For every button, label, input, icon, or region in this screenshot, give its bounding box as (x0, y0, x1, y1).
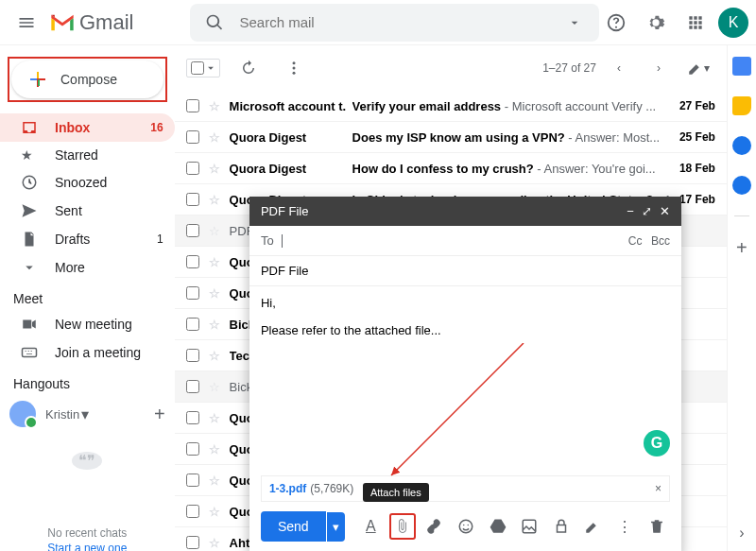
select-all-checkbox[interactable] (191, 61, 204, 75)
sidebar-item-starred[interactable]: ★ Starred (0, 142, 175, 168)
sidebar-item-inbox[interactable]: Inbox 16 (0, 113, 175, 142)
meet-label: Join a meeting (55, 345, 141, 360)
apps-icon[interactable] (679, 6, 713, 40)
formatting-icon[interactable]: A (358, 513, 385, 540)
search-dropdown-icon[interactable] (558, 6, 592, 40)
sidebar-item-snoozed[interactable]: Snoozed (0, 168, 175, 197)
email-checkbox[interactable] (186, 474, 199, 487)
close-icon[interactable]: ✕ (660, 204, 670, 218)
star-icon[interactable]: ☆ (209, 193, 220, 207)
cc-link[interactable]: Cc (628, 234, 643, 248)
link-icon[interactable] (421, 513, 448, 540)
keep-icon[interactable] (732, 96, 751, 115)
hangouts-user[interactable]: Kristin ▾ + (0, 395, 175, 433)
inbox-icon (21, 119, 40, 136)
email-row[interactable]: ☆ Quora Digest How do I confess to my cr… (175, 153, 727, 184)
star-icon[interactable]: ☆ (209, 536, 220, 550)
add-addon-icon[interactable]: + (736, 237, 747, 259)
email-checkbox[interactable] (186, 318, 199, 331)
search-input[interactable] (232, 14, 558, 30)
refresh-icon[interactable] (232, 51, 266, 85)
settings-icon[interactable] (639, 6, 673, 40)
email-checkbox[interactable] (186, 442, 199, 456)
star-icon[interactable]: ☆ (209, 411, 220, 425)
search-bar[interactable] (190, 4, 599, 42)
avatar[interactable]: K (718, 8, 748, 38)
calendar-icon[interactable] (732, 57, 751, 76)
email-row[interactable]: ☆ Microsoft account t. Verify your email… (175, 91, 727, 122)
more-options-icon[interactable]: ⋮ (611, 513, 638, 540)
remove-attachment-icon[interactable]: × (655, 482, 662, 495)
email-checkbox[interactable] (186, 380, 199, 393)
email-checkbox[interactable] (186, 130, 199, 144)
prev-page-icon[interactable]: ‹ (602, 51, 636, 85)
contacts-icon[interactable] (732, 176, 751, 195)
add-chat-icon[interactable]: + (154, 404, 165, 425)
expand-icon[interactable]: ⤢ (642, 204, 652, 218)
compose-subject[interactable]: PDF File (249, 256, 681, 286)
star-icon[interactable]: ☆ (209, 474, 220, 488)
drive-icon[interactable] (485, 513, 511, 540)
help-icon[interactable] (599, 6, 633, 40)
email-subject: Verify your email address - Microsoft ac… (352, 99, 672, 113)
email-checkbox[interactable] (186, 162, 199, 175)
pen-icon[interactable] (579, 513, 606, 540)
star-icon[interactable]: ☆ (209, 255, 220, 269)
emoji-icon[interactable] (453, 513, 479, 540)
email-checkbox[interactable] (186, 411, 199, 424)
compose-body[interactable]: Hi, Please refer to the attached file... (249, 286, 681, 475)
image-icon[interactable] (516, 513, 542, 540)
email-checkbox[interactable] (186, 536, 199, 549)
star-icon[interactable]: ☆ (209, 286, 220, 301)
email-checkbox[interactable] (186, 349, 199, 362)
collapse-sidebar-icon[interactable]: › (739, 525, 744, 542)
grammarly-icon[interactable]: G (644, 430, 670, 456)
join-meeting[interactable]: Join a meeting (0, 338, 175, 367)
email-checkbox[interactable] (186, 286, 199, 300)
confidential-icon[interactable] (548, 513, 575, 540)
star-icon[interactable]: ☆ (209, 318, 220, 332)
attachment-chip[interactable]: 1-3.pdf (5,769K) × (261, 475, 670, 502)
next-page-icon[interactable]: › (642, 51, 676, 85)
email-row[interactable]: ☆ Quora Digest Does my ISP know am using… (175, 122, 727, 153)
email-checkbox[interactable] (186, 224, 199, 237)
sidebar-item-label: Inbox (55, 120, 90, 135)
minimize-icon[interactable]: − (627, 204, 634, 218)
chevron-down-icon[interactable]: ▾ (81, 405, 89, 423)
star-icon[interactable]: ☆ (209, 99, 220, 113)
attach-files-icon[interactable] (389, 513, 416, 540)
send-dropdown[interactable]: ▾ (327, 512, 345, 542)
star-icon[interactable]: ☆ (209, 224, 220, 238)
select-all[interactable] (186, 59, 220, 77)
search-icon[interactable] (198, 6, 232, 40)
email-checkbox[interactable] (186, 505, 199, 518)
star-icon[interactable]: ☆ (209, 442, 220, 456)
star-icon[interactable]: ☆ (209, 349, 220, 363)
star-icon[interactable]: ☆ (209, 162, 220, 176)
email-checkbox[interactable] (186, 99, 199, 112)
star-icon[interactable]: ☆ (209, 380, 220, 394)
bcc-link[interactable]: Bcc (651, 234, 670, 248)
star-icon[interactable]: ☆ (209, 130, 220, 145)
discard-icon[interactable] (644, 513, 670, 540)
gmail-logo[interactable]: Gmail (49, 10, 133, 35)
sidebar-item-label: Snoozed (55, 175, 107, 190)
keyboard-icon (21, 344, 40, 361)
menu-icon[interactable] (8, 4, 45, 42)
star-icon[interactable]: ☆ (209, 505, 220, 519)
sidebar-item-drafts[interactable]: Drafts 1 (0, 225, 175, 253)
email-checkbox[interactable] (186, 193, 199, 206)
tasks-icon[interactable] (732, 136, 751, 155)
new-meeting[interactable]: New meeting (0, 310, 175, 338)
compose-button[interactable]: Compose (11, 60, 163, 98)
more-icon[interactable] (277, 51, 311, 85)
input-tools-icon[interactable]: ▾ (681, 51, 715, 85)
send-button[interactable]: Send (261, 511, 326, 542)
sidebar-item-more[interactable]: More (0, 253, 175, 282)
start-chat-link[interactable]: Start a new one (0, 542, 175, 551)
header: Gmail K (0, 0, 756, 45)
email-checkbox[interactable] (186, 255, 199, 268)
compose-to-row[interactable]: To Cc Bcc (249, 226, 681, 256)
sidebar-item-sent[interactable]: Sent (0, 197, 175, 225)
compose-window-header[interactable]: PDF File − ⤢ ✕ (249, 197, 681, 226)
